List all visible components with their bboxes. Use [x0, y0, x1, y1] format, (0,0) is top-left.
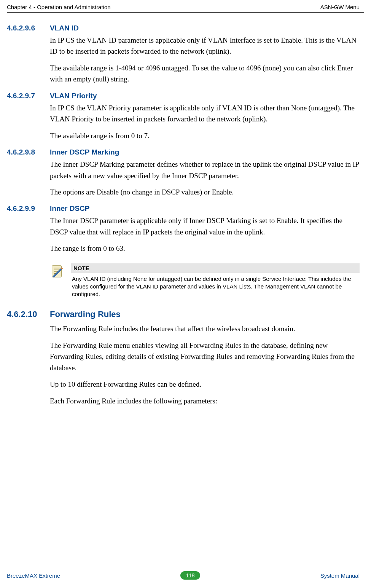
footer-divider: [7, 568, 360, 568]
body-paragraph: Up to 10 different Forwarding Rules can …: [50, 379, 360, 390]
section-number: 4.6.2.9.8: [7, 148, 50, 156]
body-paragraph: The available range is from 0 to 7.: [50, 130, 360, 141]
body-paragraph: The Inner DSCP Marking parameter defines…: [50, 159, 360, 181]
page-footer: BreezeMAX Extreme 118 System Manual: [0, 568, 371, 588]
section-heading: 4.6.2.9.6 VLAN ID: [7, 24, 360, 32]
section-vlan-priority: 4.6.2.9.7 VLAN Priority In IP CS the VLA…: [7, 92, 360, 141]
body-paragraph: In IP CS the VLAN ID parameter is applic…: [50, 35, 360, 57]
section-heading: 4.6.2.9.8 Inner DSCP Marking: [7, 148, 360, 156]
section-title: VLAN ID: [50, 24, 79, 32]
note-icon: [50, 264, 64, 280]
section-title: Inner DSCP: [50, 204, 90, 213]
section-title: Inner DSCP Marking: [50, 148, 119, 156]
body-paragraph: The Inner DSCP parameter is applicable o…: [50, 215, 360, 237]
body-paragraph: Each Forwarding Rule includes the follow…: [50, 395, 360, 406]
body-paragraph: The available range is 1-4094 or 4096 un…: [50, 62, 360, 85]
footer-row: BreezeMAX Extreme 118 System Manual: [7, 571, 360, 580]
section-inner-dscp: 4.6.2.9.9 Inner DSCP The Inner DSCP para…: [7, 204, 360, 254]
section-inner-dscp-marking: 4.6.2.9.8 Inner DSCP Marking The Inner D…: [7, 148, 360, 198]
note-box: NOTE Any VLAN ID (including None for unt…: [50, 263, 360, 298]
section-number: 4.6.2.10: [7, 309, 50, 319]
section-heading: 4.6.2.9.7 VLAN Priority: [7, 92, 360, 100]
body-paragraph: The range is from 0 to 63.: [50, 243, 360, 254]
body-paragraph: The Forwarding Rule includes the feature…: [50, 323, 360, 334]
section-heading: 4.6.2.10 Forwarding Rules: [7, 309, 360, 319]
body-paragraph: The Forwarding Rule menu enables viewing…: [50, 340, 360, 373]
note-body: Any VLAN ID (including None for untagged…: [71, 273, 360, 298]
page-number-badge: 118: [180, 571, 200, 580]
section-title: Forwarding Rules: [50, 309, 121, 319]
section-number: 4.6.2.9.9: [7, 204, 50, 213]
header-chapter: Chapter 4 - Operation and Administration: [7, 4, 111, 10]
note-header: NOTE: [71, 263, 360, 273]
footer-manual: System Manual: [320, 572, 360, 579]
section-vlan-id: 4.6.2.9.6 VLAN ID In IP CS the VLAN ID p…: [7, 24, 360, 85]
page-content: 4.6.2.9.6 VLAN ID In IP CS the VLAN ID p…: [0, 13, 371, 406]
section-number: 4.6.2.9.7: [7, 92, 50, 100]
footer-product: BreezeMAX Extreme: [7, 572, 60, 579]
note-content: NOTE Any VLAN ID (including None for unt…: [71, 263, 360, 298]
page-header: Chapter 4 - Operation and Administration…: [0, 0, 371, 12]
header-menu: ASN-GW Menu: [320, 4, 360, 10]
section-forwarding-rules: 4.6.2.10 Forwarding Rules The Forwarding…: [7, 309, 360, 406]
section-heading: 4.6.2.9.9 Inner DSCP: [7, 204, 360, 213]
body-paragraph: In IP CS the VLAN Priority parameter is …: [50, 102, 360, 125]
section-title: VLAN Priority: [50, 92, 97, 100]
section-number: 4.6.2.9.6: [7, 24, 50, 32]
body-paragraph: The options are Disable (no change in DS…: [50, 186, 360, 198]
